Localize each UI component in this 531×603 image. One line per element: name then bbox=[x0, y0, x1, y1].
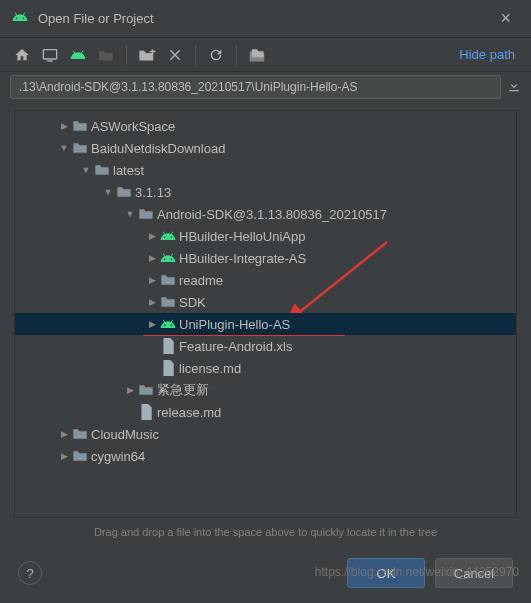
tree-label: UniPlugin-Hello-AS bbox=[177, 317, 290, 332]
android-icon bbox=[159, 316, 177, 332]
tree-label: CloudMusic bbox=[89, 427, 159, 442]
twistie-icon[interactable]: ▼ bbox=[123, 209, 137, 219]
twistie-icon[interactable]: ▶ bbox=[57, 121, 71, 131]
tree-label: Android-SDK@3.1.13.80836_20210517 bbox=[155, 207, 387, 222]
tree-row[interactable]: license.md bbox=[15, 357, 516, 379]
tree-row[interactable]: ▼3.1.13 bbox=[15, 181, 516, 203]
help-button[interactable]: ? bbox=[18, 561, 42, 585]
android-icon bbox=[159, 250, 177, 266]
tree-row[interactable]: ▶HBuilder-Integrate-AS bbox=[15, 247, 516, 269]
folder-icon bbox=[71, 427, 89, 441]
tree-label: release.md bbox=[155, 405, 221, 420]
refresh-icon[interactable] bbox=[204, 43, 228, 67]
dialog-title: Open File or Project bbox=[38, 11, 492, 26]
file-tree[interactable]: ▶ASWorkSpace▼BaiduNetdiskDownload▼latest… bbox=[14, 110, 517, 518]
tree-label: HBuilder-HelloUniApp bbox=[177, 229, 305, 244]
tree-row[interactable]: ▼Android-SDK@3.1.13.80836_20210517 bbox=[15, 203, 516, 225]
separator bbox=[126, 45, 127, 65]
android-icon bbox=[159, 228, 177, 244]
separator bbox=[236, 45, 237, 65]
svg-rect-2 bbox=[509, 90, 518, 91]
module-icon[interactable] bbox=[94, 43, 118, 67]
tree-label: HBuilder-Integrate-AS bbox=[177, 251, 306, 266]
folder-icon bbox=[159, 273, 177, 287]
twistie-icon[interactable]: ▼ bbox=[57, 143, 71, 153]
tree-row[interactable]: ▼latest bbox=[15, 159, 516, 181]
pathbar bbox=[0, 72, 531, 102]
twistie-icon[interactable]: ▶ bbox=[145, 275, 159, 285]
folder-icon bbox=[137, 207, 155, 221]
watermark: https://blog.csdn.net/weixin_44252970 bbox=[315, 565, 519, 579]
twistie-icon[interactable]: ▶ bbox=[145, 297, 159, 307]
home-icon[interactable] bbox=[10, 43, 34, 67]
tree-row[interactable]: ▶HBuilder-HelloUniApp bbox=[15, 225, 516, 247]
tree-label: latest bbox=[111, 163, 144, 178]
tree-label: Feature-Android.xls bbox=[177, 339, 292, 354]
tree-row[interactable]: ▶CloudMusic bbox=[15, 423, 516, 445]
project-icon[interactable] bbox=[66, 43, 90, 67]
file-icon bbox=[159, 360, 177, 376]
tree-label: ASWorkSpace bbox=[89, 119, 175, 134]
show-hidden-icon[interactable] bbox=[245, 43, 269, 67]
twistie-icon[interactable]: ▶ bbox=[145, 319, 159, 329]
tree-label: 紧急更新 bbox=[155, 381, 209, 399]
tree-row[interactable]: ▶readme bbox=[15, 269, 516, 291]
twistie-icon[interactable]: ▶ bbox=[57, 451, 71, 461]
folder-icon bbox=[159, 295, 177, 309]
tree-label: readme bbox=[177, 273, 223, 288]
tree-row[interactable]: ▼BaiduNetdiskDownload bbox=[15, 137, 516, 159]
titlebar: Open File or Project × bbox=[0, 0, 531, 38]
folder-icon bbox=[137, 383, 155, 397]
download-icon[interactable] bbox=[507, 78, 521, 97]
folder-icon bbox=[71, 449, 89, 463]
tree-row[interactable]: release.md bbox=[15, 401, 516, 423]
tree-row[interactable]: Feature-Android.xls bbox=[15, 335, 516, 357]
tree-label: SDK bbox=[177, 295, 206, 310]
twistie-icon[interactable]: ▼ bbox=[79, 165, 93, 175]
twistie-icon[interactable]: ▼ bbox=[101, 187, 115, 197]
file-icon bbox=[159, 338, 177, 354]
tree-label: cygwin64 bbox=[89, 449, 145, 464]
folder-icon bbox=[71, 141, 89, 155]
desktop-icon[interactable] bbox=[38, 43, 62, 67]
hint-text: Drag and drop a file into the space abov… bbox=[0, 522, 531, 548]
twistie-icon[interactable]: ▶ bbox=[123, 385, 137, 395]
delete-icon[interactable] bbox=[163, 43, 187, 67]
toolbar: Hide path bbox=[0, 38, 531, 72]
tree-row[interactable]: ▶ASWorkSpace bbox=[15, 115, 516, 137]
separator bbox=[195, 45, 196, 65]
twistie-icon[interactable]: ▶ bbox=[145, 231, 159, 241]
tree-label: BaiduNetdiskDownload bbox=[89, 141, 225, 156]
folder-icon bbox=[115, 185, 133, 199]
android-logo-icon bbox=[12, 9, 28, 28]
svg-rect-0 bbox=[43, 49, 56, 58]
tree-label: 3.1.13 bbox=[133, 185, 171, 200]
twistie-icon[interactable]: ▶ bbox=[145, 253, 159, 263]
path-input[interactable] bbox=[10, 75, 501, 99]
tree-row[interactable]: ▶UniPlugin-Hello-AS bbox=[15, 313, 516, 335]
tree-row[interactable]: ▶紧急更新 bbox=[15, 379, 516, 401]
twistie-icon[interactable]: ▶ bbox=[57, 429, 71, 439]
new-folder-icon[interactable] bbox=[135, 43, 159, 67]
tree-row[interactable]: ▶SDK bbox=[15, 291, 516, 313]
hide-path-link[interactable]: Hide path bbox=[459, 47, 521, 62]
close-icon[interactable]: × bbox=[492, 6, 519, 31]
file-icon bbox=[137, 404, 155, 420]
folder-icon bbox=[93, 163, 111, 177]
tree-label: license.md bbox=[177, 361, 241, 376]
folder-icon bbox=[71, 119, 89, 133]
svg-rect-1 bbox=[47, 60, 52, 61]
tree-row[interactable]: ▶cygwin64 bbox=[15, 445, 516, 467]
